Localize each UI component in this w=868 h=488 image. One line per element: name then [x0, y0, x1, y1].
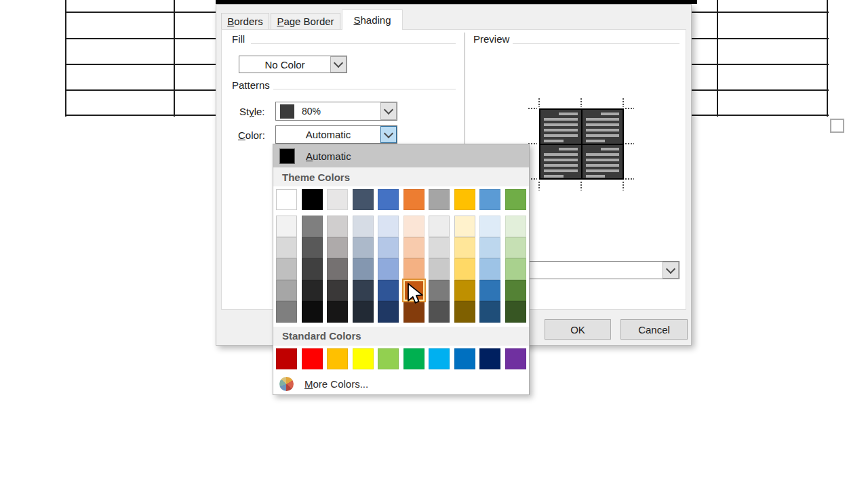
theme-variant-swatch[interactable]	[505, 258, 526, 280]
preview-guide-tick	[625, 178, 634, 180]
pattern-color-combobox[interactable]: Automatic	[275, 125, 397, 144]
theme-color-swatch[interactable]	[302, 189, 323, 210]
theme-color-swatch[interactable]	[403, 189, 425, 210]
standard-color-swatch[interactable]	[378, 348, 399, 369]
preview-guide-tick	[538, 98, 540, 107]
theme-variant-swatch[interactable]	[378, 258, 399, 280]
theme-variant-swatch[interactable]	[505, 301, 526, 323]
theme-variant-swatch[interactable]	[454, 301, 475, 323]
preview-guide-tick	[625, 108, 634, 109]
theme-variant-swatch[interactable]	[302, 258, 323, 280]
preview-guide-tick	[625, 143, 634, 144]
theme-variant-swatch[interactable]	[454, 237, 475, 259]
standard-color-swatch[interactable]	[454, 348, 475, 369]
chevron-down-icon	[384, 105, 393, 115]
theme-variant-swatch[interactable]	[429, 258, 450, 280]
standard-color-swatch[interactable]	[302, 348, 323, 369]
tab-shading[interactable]: Shading	[342, 9, 403, 30]
fill-color-value: No Color	[239, 56, 330, 73]
theme-variant-swatch[interactable]	[378, 237, 399, 259]
theme-color-swatch[interactable]	[353, 189, 374, 210]
standard-color-swatch[interactable]	[403, 348, 425, 369]
word-document-canvas: Borders Page Border Shading Fill No Colo…	[0, 0, 868, 488]
theme-variant-swatch[interactable]	[429, 280, 450, 302]
preview-guide-tick	[538, 182, 540, 190]
pattern-style-dropdown-button[interactable]	[380, 102, 397, 120]
theme-variant-swatch[interactable]	[302, 301, 323, 323]
theme-variant-swatch[interactable]	[505, 216, 526, 237]
theme-variant-swatch[interactable]	[276, 216, 297, 237]
fill-color-combobox[interactable]: No Color	[239, 56, 347, 73]
theme-variant-swatch[interactable]	[454, 258, 475, 280]
theme-color-swatch[interactable]	[454, 189, 475, 210]
standard-color-swatch[interactable]	[353, 348, 374, 369]
theme-colors-header: Theme Colors	[273, 167, 529, 186]
theme-variant-swatch[interactable]	[276, 280, 297, 302]
theme-variant-swatch[interactable]	[429, 216, 450, 237]
theme-variant-swatch[interactable]	[454, 280, 475, 302]
theme-variant-swatch[interactable]	[327, 216, 348, 237]
preview-cell	[540, 110, 581, 144]
theme-variant-swatch[interactable]	[403, 216, 425, 237]
standard-color-swatch[interactable]	[276, 348, 297, 369]
theme-variant-swatch[interactable]	[479, 280, 500, 302]
tab-page-border[interactable]: Page Border	[271, 13, 340, 29]
pattern-style-combobox[interactable]: 80%	[275, 102, 397, 121]
automatic-color-item[interactable]: Automatic	[273, 144, 529, 167]
theme-variant-swatch[interactable]	[276, 258, 297, 280]
table-border-line	[827, 0, 828, 117]
theme-variant-swatch[interactable]	[378, 280, 399, 302]
standard-color-swatch[interactable]	[505, 348, 526, 369]
theme-variant-swatch[interactable]	[353, 258, 374, 280]
pattern-color-value: Automatic	[276, 126, 380, 143]
theme-variant-swatch[interactable]	[505, 237, 526, 259]
theme-variant-swatch[interactable]	[479, 216, 500, 237]
theme-variant-swatch[interactable]	[454, 216, 475, 237]
theme-variant-swatch[interactable]	[327, 280, 348, 302]
theme-color-swatch[interactable]	[276, 189, 297, 210]
theme-color-swatch[interactable]	[327, 189, 348, 210]
theme-variant-swatch[interactable]	[505, 280, 526, 302]
apply-to-dropdown-button[interactable]	[663, 262, 679, 279]
theme-color-swatch[interactable]	[378, 189, 399, 210]
theme-variant-swatch[interactable]	[353, 280, 374, 302]
theme-variant-swatch[interactable]	[327, 258, 348, 280]
standard-color-swatch[interactable]	[327, 348, 348, 369]
theme-variant-swatch[interactable]	[378, 301, 399, 323]
theme-variant-swatch[interactable]	[353, 237, 374, 259]
theme-variant-swatch[interactable]	[276, 237, 297, 259]
theme-variant-swatch[interactable]	[327, 301, 348, 323]
theme-variant-swatch[interactable]	[353, 216, 374, 237]
theme-variant-swatch[interactable]	[378, 216, 399, 237]
theme-variant-swatch[interactable]	[403, 237, 425, 259]
theme-color-swatch[interactable]	[505, 189, 526, 210]
theme-color-swatch[interactable]	[479, 189, 500, 210]
more-colors-item[interactable]: More Colors...	[273, 374, 529, 394]
tab-borders[interactable]: Borders	[221, 13, 269, 29]
theme-variant-swatch[interactable]	[479, 301, 500, 323]
theme-variant-swatch[interactable]	[403, 301, 425, 323]
theme-variant-swatch[interactable]	[302, 237, 323, 259]
table-resize-handle[interactable]	[830, 119, 844, 133]
standard-color-swatch[interactable]	[479, 348, 500, 369]
theme-variant-swatch[interactable]	[302, 280, 323, 302]
theme-variant-swatch[interactable]	[302, 216, 323, 237]
theme-variant-swatch[interactable]	[429, 237, 450, 259]
automatic-color-label: Automatic	[306, 150, 351, 162]
theme-color-swatch[interactable]	[429, 189, 450, 210]
theme-variant-swatch[interactable]	[479, 258, 500, 280]
theme-variant-swatch[interactable]	[479, 237, 500, 259]
theme-variant-swatch[interactable]	[429, 301, 450, 323]
preview-guide-tick	[623, 98, 624, 107]
chevron-down-icon	[334, 58, 343, 68]
theme-variant-swatch[interactable]	[353, 301, 374, 323]
standard-color-swatch[interactable]	[429, 348, 450, 369]
fill-color-dropdown-button[interactable]	[330, 56, 347, 73]
theme-variant-swatch[interactable]	[327, 237, 348, 259]
theme-variant-swatch[interactable]	[276, 301, 297, 323]
cancel-button[interactable]: Cancel	[620, 319, 688, 340]
pattern-color-dropdown-button[interactable]	[380, 126, 397, 143]
preview-cell	[540, 145, 581, 179]
ok-button[interactable]: OK	[545, 319, 611, 340]
theme-variant-swatch[interactable]	[403, 258, 425, 280]
